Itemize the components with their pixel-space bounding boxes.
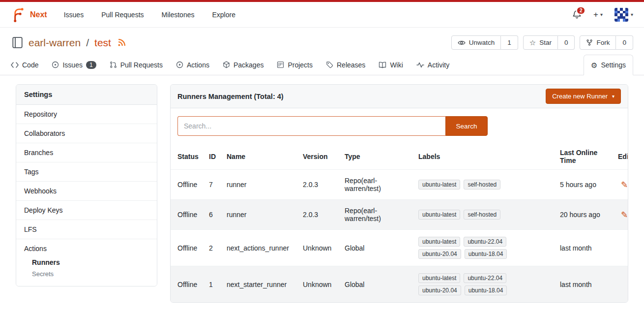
runner-status: Offline xyxy=(171,170,205,200)
tab-projects[interactable]: Projects xyxy=(277,55,313,75)
nav-item-milestones[interactable]: Milestones xyxy=(162,11,195,19)
sidebar-item-lfs[interactable]: LFS xyxy=(16,220,157,239)
runner-labels: ubuntu-latest ubuntu-22.04 ubuntu-20.04 … xyxy=(414,266,556,303)
tab-packages[interactable]: Packages xyxy=(223,55,263,75)
sidebar-item-repository[interactable]: Repository xyxy=(16,105,157,124)
repo-owner-link[interactable]: earl-warren xyxy=(29,37,81,49)
runner-last-online: 5 hours ago xyxy=(556,170,614,200)
repo-separator: / xyxy=(86,37,89,49)
tab-actions[interactable]: Actions xyxy=(176,55,209,75)
edit-runner-button[interactable]: ✎ xyxy=(621,210,628,220)
pull-request-icon xyxy=(110,61,117,68)
fork-button[interactable]: Fork xyxy=(580,35,616,50)
runner-id: 2 xyxy=(205,230,223,266)
edit-runner-button[interactable]: ✎ xyxy=(621,180,628,190)
runner-last-online: last month xyxy=(556,230,614,266)
repo-name-link[interactable]: test xyxy=(94,37,111,49)
eye-icon xyxy=(458,40,466,46)
label-chip: self-hosted xyxy=(464,210,500,220)
table-header-row: Status ID Name Version Type Labels Last … xyxy=(171,144,628,170)
forgejo-logo-icon[interactable] xyxy=(11,7,26,22)
star-button[interactable]: ☆ Star xyxy=(523,35,558,50)
runner-type: Global xyxy=(341,266,414,303)
runner-version: Unknown xyxy=(299,266,341,303)
fork-group: Fork 0 xyxy=(580,35,633,50)
tag-icon xyxy=(326,61,333,68)
runner-type: Repo(earl-warren/test) xyxy=(341,200,414,230)
runner-name: next_starter_runner xyxy=(223,266,299,303)
runner-version: Unknown xyxy=(299,230,341,266)
create-new-menu-button[interactable]: + ▾ xyxy=(593,10,603,20)
forks-count[interactable]: 0 xyxy=(616,35,633,50)
runners-search-form: Search xyxy=(177,116,621,136)
col-header-status: Status xyxy=(171,144,205,170)
runner-status: Offline xyxy=(171,266,205,303)
nav-item-pull-requests[interactable]: Pull Requests xyxy=(101,11,144,19)
repo-header: earl-warren / test Unwatch 1 ☆ xyxy=(0,28,644,55)
table-row: Offline 2 next_actions_runner Unknown Gl… xyxy=(171,230,628,266)
repo-tabs: Code Issues 1 Pull Requests Actions Pack… xyxy=(0,55,644,75)
brand-name[interactable]: Next xyxy=(30,10,47,19)
sidebar-item-webhooks[interactable]: Webhooks xyxy=(16,182,157,201)
notifications-button[interactable]: 2 xyxy=(572,10,582,19)
issues-count-badge: 1 xyxy=(86,61,96,69)
tab-issues[interactable]: Issues 1 xyxy=(52,55,96,75)
tab-activity[interactable]: Activity xyxy=(416,55,449,75)
runner-last-online: 20 hours ago xyxy=(556,200,614,230)
sidebar-item-deploy-keys[interactable]: Deploy Keys xyxy=(16,201,157,220)
tab-code[interactable]: Code xyxy=(11,55,38,75)
runner-version: 2.0.3 xyxy=(299,170,341,200)
runner-status: Offline xyxy=(171,200,205,230)
repo-actions: Unwatch 1 ☆ Star 0 Fork 0 xyxy=(451,35,633,50)
notification-badge: 2 xyxy=(576,6,585,15)
unwatch-button[interactable]: Unwatch xyxy=(451,35,501,50)
nav-item-explore[interactable]: Explore xyxy=(212,11,235,19)
stars-count[interactable]: 0 xyxy=(558,35,575,50)
sidebar-subitem-secrets[interactable]: Secrets xyxy=(32,268,149,280)
watchers-count[interactable]: 1 xyxy=(501,35,518,50)
sidebar-item-actions-label: Actions xyxy=(24,245,47,253)
user-menu-button[interactable]: ▾ xyxy=(615,8,633,22)
sidebar-item-actions[interactable]: Actions Runners Secrets xyxy=(16,239,157,286)
label-chip: ubuntu-22.04 xyxy=(464,237,506,247)
settings-sidebar: Settings Repository Collaborators Branch… xyxy=(16,84,157,286)
runners-panel-title: Runners Management (Total: 4) xyxy=(177,93,284,100)
rss-feed-icon[interactable] xyxy=(117,38,126,47)
runner-labels: ubuntu-latest ubuntu-22.04 ubuntu-20.04 … xyxy=(414,230,556,266)
table-row: Offline 6 runner 2.0.3 Repo(earl-warren/… xyxy=(171,200,628,230)
label-chip: ubuntu-20.04 xyxy=(418,285,461,295)
avatar xyxy=(615,8,628,22)
sidebar-item-tags[interactable]: Tags xyxy=(16,162,157,182)
navbar-links: Issues Pull Requests Milestones Explore xyxy=(64,11,235,19)
tab-settings[interactable]: ⚙ Settings xyxy=(584,55,633,75)
star-group: ☆ Star 0 xyxy=(523,35,575,50)
sidebar-subitem-runners[interactable]: Runners xyxy=(32,256,149,268)
col-header-version: Version xyxy=(299,144,341,170)
top-navbar: Next Issues Pull Requests Milestones Exp… xyxy=(0,2,644,28)
package-icon xyxy=(223,61,230,68)
search-button[interactable]: Search xyxy=(445,116,488,136)
col-header-id: ID xyxy=(205,144,223,170)
runner-last-online: last month xyxy=(556,266,614,303)
play-circle-icon xyxy=(176,61,183,68)
tab-pull-requests[interactable]: Pull Requests xyxy=(110,55,163,75)
label-chip: ubuntu-latest xyxy=(418,237,460,247)
create-new-runner-button[interactable]: Create new Runner ▾ xyxy=(546,89,621,104)
sidebar-item-branches[interactable]: Branches xyxy=(16,143,157,162)
runner-name: runner xyxy=(223,170,299,200)
tab-wiki[interactable]: Wiki xyxy=(379,55,403,75)
nav-item-issues[interactable]: Issues xyxy=(64,11,84,19)
col-header-type: Type xyxy=(341,144,414,170)
label-chip: ubuntu-18.04 xyxy=(465,249,507,259)
search-input[interactable] xyxy=(177,116,445,136)
runners-panel: Runners Management (Total: 4) Create new… xyxy=(170,84,628,303)
fork-icon xyxy=(586,39,593,46)
sidebar-item-collaborators[interactable]: Collaborators xyxy=(16,124,157,143)
tab-releases[interactable]: Releases xyxy=(326,55,365,75)
label-chip: ubuntu-latest xyxy=(418,180,460,190)
runners-table: Status ID Name Version Type Labels Last … xyxy=(171,144,628,302)
runner-type: Repo(earl-warren/test) xyxy=(341,170,414,200)
col-header-name: Name xyxy=(223,144,299,170)
col-header-labels: Labels xyxy=(414,144,556,170)
plus-icon: + xyxy=(593,10,598,20)
